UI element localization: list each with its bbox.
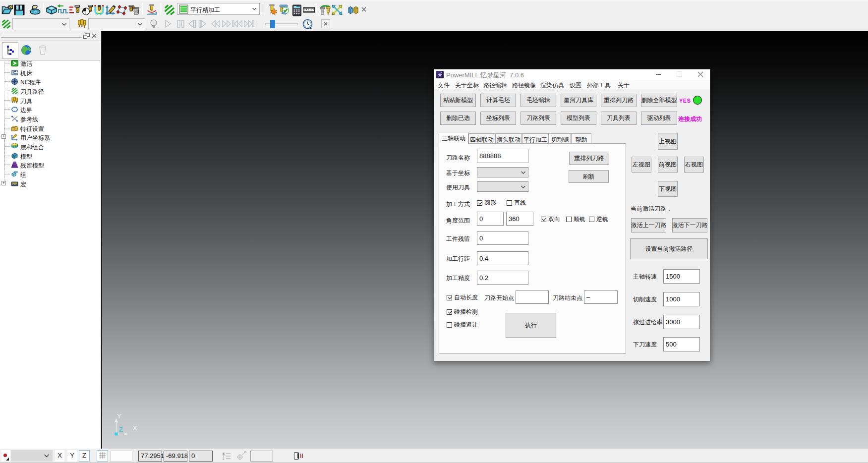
svg-text:X: X bbox=[133, 424, 137, 432]
svg-text:Z: Z bbox=[119, 426, 123, 433]
svg-text:Y: Y bbox=[117, 414, 121, 420]
